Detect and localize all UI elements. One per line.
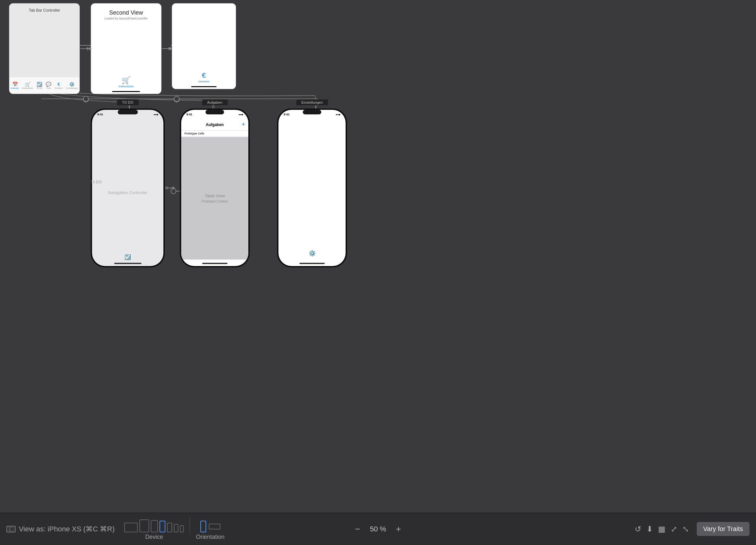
refresh-icon-button[interactable]: ↺ — [633, 523, 643, 535]
second-view-scene: Second View Loaded by SecondViewControll… — [91, 3, 161, 94]
device-label: Device — [145, 534, 163, 540]
zoom-plus-button[interactable]: + — [393, 523, 404, 536]
nav-controller-label: Navigation Controller — [108, 190, 147, 195]
tab-label-einstellungen: Einstellungen — [66, 87, 78, 89]
device-divider — [190, 518, 190, 535]
tab-label-kalender: Kalender — [11, 87, 19, 89]
status-signal-aufgaben: ●●■ — [239, 113, 243, 116]
third-view-scene: € Schulden — [172, 3, 236, 89]
device-iphone-se[interactable] — [167, 523, 172, 532]
svg-point-4 — [83, 97, 89, 102]
tab-item-todo[interactable]: ☑️ TO DO — [36, 82, 42, 89]
aufgaben-label: Aufgaben — [202, 100, 228, 105]
view-as-label: View as: iPhone XS (⌘C ⌘R) — [19, 525, 114, 533]
device-ipad-landscape[interactable] — [124, 523, 138, 532]
storyboard-canvas: Tab Bar Controller 📅 Kalender 🛒 Einkaufs… — [0, 0, 756, 513]
toolbar-right-controls: ↺ ⬇ ▦ ⤢ ⤡ Vary for Traits — [633, 522, 750, 536]
status-time-einstellungen: 9:41 — [284, 113, 289, 116]
download-icon-button[interactable]: ⬇ — [645, 523, 654, 535]
prototype-content-text: Prototype Content — [202, 200, 228, 203]
status-time-todo: 9:41 — [97, 113, 103, 116]
device-iphone-mini[interactable] — [180, 525, 184, 532]
todo-nav-scene: TO DO 9:41 ●●■ Navigation Controller ☑️ — [91, 109, 165, 267]
orientation-portrait[interactable] — [200, 521, 206, 532]
bottom-toolbar: View as: iPhone XS (⌘C ⌘R) Device — [0, 513, 756, 545]
status-signal-einstellungen: ●●■ — [336, 113, 341, 116]
arrow-tab-second — [81, 47, 92, 50]
tab-label-todo: TO DO — [36, 87, 42, 89]
second-view-subtitle: Loaded by SecondViewController — [91, 17, 161, 20]
svg-point-5 — [174, 97, 179, 102]
zoom-level-display: 50 % — [367, 525, 389, 533]
einstellungen-label: Einstellungen — [296, 100, 328, 105]
svg-point-11 — [174, 96, 179, 101]
second-view-title: Second View — [91, 9, 161, 16]
einstellungen-scene: Einstellungen 9:41 ●●■ ⚙️ — [277, 109, 347, 267]
collapse-icon-button[interactable]: ⤡ — [681, 523, 690, 535]
tab-item-schulden[interactable]: € Schulden — [55, 82, 63, 89]
table-view-text: Table View — [205, 194, 225, 198]
tab-bar-controller-title: Tab Bar Controller — [9, 4, 79, 15]
device-ipad-portrait[interactable] — [139, 519, 149, 532]
svg-point-10 — [83, 96, 89, 101]
tab-item-einstellungen[interactable]: ⚙️ Einstellungen — [66, 82, 78, 89]
aufgaben-plus-btn[interactable]: + — [242, 121, 245, 128]
todo-placeholder-text: To DO — [91, 180, 102, 184]
expand-icon-button[interactable]: ⤢ — [669, 523, 679, 535]
device-iphone-xs[interactable] — [159, 521, 165, 532]
device-iphone-large[interactable] — [151, 520, 158, 532]
tab-bar-controller-scene: Tab Bar Controller 📅 Kalender 🛒 Einkaufs… — [9, 3, 80, 94]
tab-item-kalender[interactable]: 📅 Kalender — [11, 82, 19, 89]
status-time-aufgaben: 9:41 — [186, 113, 192, 116]
nav-to-aufgaben-arrow — [165, 186, 175, 190]
zoom-controls: − 50 % + — [352, 523, 404, 536]
vary-for-traits-button[interactable]: Vary for Traits — [697, 522, 750, 536]
tab-item-einkaufsliste[interactable]: 🛒 Einkaufsliste — [22, 82, 33, 89]
zoom-minus-button[interactable]: − — [352, 523, 363, 536]
orientation-label: Orientation — [196, 534, 224, 540]
todo-nav-label: TO DO — [117, 100, 139, 105]
aufgaben-scene: Aufgaben 9:41 ●●■ Aufgaben + Prototype C… — [180, 109, 250, 267]
tab-label-schulden: Schulden — [55, 87, 63, 89]
tab-label-einkaufsliste: Einkaufsliste — [22, 87, 33, 89]
svg-rect-18 — [9, 527, 13, 531]
prototype-cells-header: Prototype Cells — [181, 131, 248, 137]
sidebar-toggle-button[interactable] — [6, 526, 16, 532]
status-signal-todo: ●●■ — [154, 113, 159, 116]
aufgaben-nav-title: Aufgaben — [206, 123, 224, 127]
layout-icon-button[interactable]: ▦ — [657, 523, 667, 535]
tab-label-chat: Chat — [47, 87, 51, 89]
orientation-landscape[interactable] — [209, 524, 220, 529]
arrow-second-empty — [163, 47, 172, 50]
device-iphone-small[interactable] — [174, 524, 178, 532]
tab-item-chat[interactable]: 💬 Chat — [46, 82, 51, 89]
